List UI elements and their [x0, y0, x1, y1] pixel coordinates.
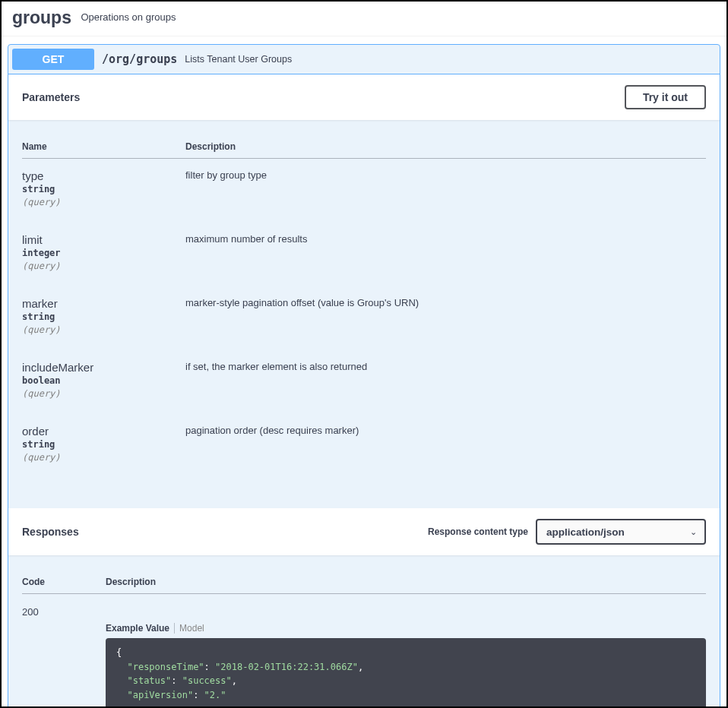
http-method-badge: GET: [12, 49, 94, 70]
responses-header: Responses Response content type applicat…: [8, 508, 720, 555]
param-name: includeMarker: [22, 361, 185, 374]
param-name: type: [22, 169, 185, 182]
responses-table: Code Description 200 Example ValueModel …: [8, 555, 720, 708]
try-it-out-button[interactable]: Try it out: [625, 85, 706, 109]
param-description: filter by group type: [185, 159, 706, 223]
endpoint-path: /org/groups: [94, 52, 185, 66]
tag-name: groups: [12, 8, 71, 28]
operation-summary-bar[interactable]: GET /org/groups Lists Tenant User Groups: [8, 45, 720, 74]
content-type-label: Response content type: [428, 526, 528, 537]
param-name: limit: [22, 233, 185, 246]
param-in: (query): [22, 324, 185, 335]
parameter-row: typestring(query)filter by group type: [22, 159, 706, 223]
tag-description: Operations on groups: [81, 11, 176, 23]
param-type: string: [22, 311, 185, 322]
response-code: 200: [22, 594, 106, 709]
param-type: integer: [22, 248, 185, 258]
responses-title: Responses: [22, 526, 79, 538]
tag-header[interactable]: groups Operations on groups: [2, 2, 726, 36]
param-name: order: [22, 425, 185, 438]
example-tabs: Example ValueModel: [106, 623, 706, 634]
param-description: pagination order (desc requires marker): [185, 414, 706, 478]
parameters-title: Parameters: [22, 91, 80, 103]
parameter-row: markerstring(query)marker-style paginati…: [22, 286, 706, 350]
param-type: boolean: [22, 375, 185, 386]
param-description: marker-style pagination offset (value is…: [185, 286, 706, 350]
col-header-name: Name: [22, 134, 185, 159]
col-header-description: Description: [185, 134, 706, 159]
col-header-rdesc: Description: [106, 569, 706, 594]
parameter-row: includeMarkerboolean(query)if set, the m…: [22, 350, 706, 414]
col-header-code: Code: [22, 569, 106, 594]
parameters-table: Name Description typestring(query)filter…: [8, 120, 720, 508]
param-in: (query): [22, 388, 185, 399]
parameter-row: limitinteger(query)maximum number of res…: [22, 223, 706, 286]
parameters-header: Parameters Try it out: [8, 74, 720, 120]
param-in: (query): [22, 452, 185, 463]
operation-summary: Lists Tenant User Groups: [185, 54, 292, 65]
param-description: maximum number of results: [185, 223, 706, 286]
param-description: if set, the marker element is also retur…: [185, 350, 706, 414]
param-in: (query): [22, 197, 185, 207]
parameter-row: orderstring(query)pagination order (desc…: [22, 414, 706, 478]
tab-example-value[interactable]: Example Value: [106, 623, 175, 634]
param-name: marker: [22, 297, 185, 310]
param-type: string: [22, 184, 185, 194]
content-type-select[interactable]: application/json ⌄: [536, 519, 706, 545]
param-type: string: [22, 439, 185, 450]
tab-model[interactable]: Model: [175, 623, 204, 634]
param-in: (query): [22, 261, 185, 271]
operation-block: GET /org/groups Lists Tenant User Groups…: [8, 44, 720, 708]
example-json[interactable]: { "responseTime": "2018-02-01T16:22:31.0…: [106, 638, 706, 708]
content-type-dropdown[interactable]: application/json: [537, 520, 704, 543]
